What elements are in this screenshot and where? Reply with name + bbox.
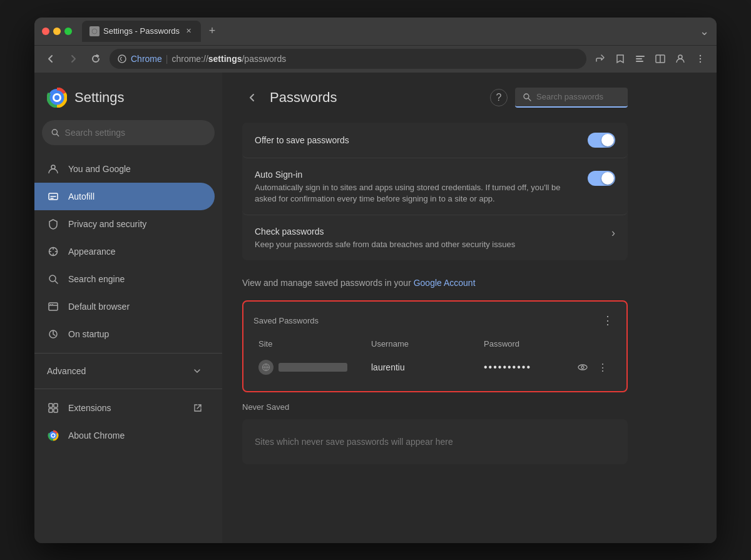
svg-line-31 xyxy=(197,405,201,409)
page-header: Passwords ? xyxy=(242,88,628,108)
content-inner: Passwords ? Offer to save passwords xyxy=(222,73,648,480)
saved-passwords-title: Saved Passwords xyxy=(253,316,319,325)
advanced-label: Advanced xyxy=(47,366,86,376)
check-passwords-row[interactable]: Check passwords Keep your passwords safe… xyxy=(242,216,628,260)
sidebar-item-label: Privacy and security xyxy=(68,219,146,229)
svg-point-13 xyxy=(54,95,59,100)
menu-button[interactable] xyxy=(692,50,709,68)
svg-rect-27 xyxy=(49,404,53,407)
profile-button[interactable] xyxy=(672,50,689,68)
privacy-security-icon xyxy=(47,218,59,230)
settings-header: Settings xyxy=(34,83,222,120)
search-passwords-icon xyxy=(523,93,531,101)
sidebar-item-label: Search engine xyxy=(68,274,125,284)
svg-point-40 xyxy=(581,366,584,369)
svg-rect-4 xyxy=(636,61,643,62)
svg-point-8 xyxy=(700,55,701,56)
sidebar-item-label: Extensions xyxy=(68,403,111,413)
tab-list-button[interactable]: ⌄ xyxy=(700,24,709,38)
maximize-window-button[interactable] xyxy=(64,28,72,35)
sidebar-item-label: Autofill xyxy=(68,191,95,201)
password-row-more-button[interactable]: ⋮ xyxy=(594,359,611,376)
check-passwords-chevron-icon: › xyxy=(611,227,615,240)
about-chrome-icon xyxy=(47,429,59,442)
svg-rect-25 xyxy=(52,304,53,305)
you-and-google-icon xyxy=(47,163,59,175)
column-header-site: Site xyxy=(258,339,371,349)
google-account-text: View and manage saved passwords in your xyxy=(242,278,414,288)
autofill-icon xyxy=(47,190,59,203)
traffic-lights xyxy=(42,28,72,35)
site-name-redacted xyxy=(278,363,347,372)
active-tab[interactable]: Settings - Passwords ✕ xyxy=(82,21,201,42)
sidebar-item-search-engine[interactable]: Search engine xyxy=(34,265,215,293)
search-settings-input[interactable] xyxy=(65,128,206,138)
sidebar-item-label: On startup xyxy=(68,329,109,339)
auto-signin-sublabel: Automatically sign in to sites and apps … xyxy=(255,182,578,205)
svg-point-16 xyxy=(51,165,55,169)
auto-signin-row: Auto Sign-in Automatically sign in to si… xyxy=(242,160,628,215)
auto-signin-text: Auto Sign-in Automatically sign in to si… xyxy=(255,170,578,205)
saved-passwords-section: Saved Passwords ⋮ Site Username Password xyxy=(242,300,628,392)
svg-line-36 xyxy=(529,98,531,101)
offer-save-toggle[interactable] xyxy=(588,133,615,148)
offer-save-label: Offer to save passwords xyxy=(255,135,349,145)
address-url: chrome://settings/passwords xyxy=(171,54,286,64)
sidebar-advanced-header[interactable]: Advanced xyxy=(34,359,215,384)
split-screen-button[interactable] xyxy=(651,50,669,68)
svg-rect-2 xyxy=(636,56,645,57)
reload-button[interactable] xyxy=(87,50,105,68)
sidebar-item-you-and-google[interactable]: You and Google xyxy=(34,155,215,183)
reveal-password-button[interactable] xyxy=(574,359,591,376)
svg-rect-29 xyxy=(49,409,53,412)
bookmark-button[interactable] xyxy=(611,50,629,68)
address-bar[interactable]: Chrome | chrome://settings/passwords xyxy=(110,49,586,69)
auto-signin-toggle[interactable] xyxy=(588,171,615,186)
site-info-icon xyxy=(117,54,127,64)
nav-actions xyxy=(591,50,709,68)
sidebar-item-autofill[interactable]: Autofill xyxy=(34,183,215,210)
help-button[interactable]: ? xyxy=(490,89,508,106)
chrome-settings-logo xyxy=(47,88,67,108)
svg-line-15 xyxy=(57,134,59,136)
sidebar-item-about-chrome[interactable]: About Chrome xyxy=(34,422,215,449)
search-passwords-bar[interactable] xyxy=(515,88,628,108)
google-account-link[interactable]: Google Account xyxy=(414,278,476,288)
new-tab-button[interactable]: + xyxy=(203,23,221,40)
svg-rect-28 xyxy=(54,404,58,407)
search-passwords-input[interactable] xyxy=(536,92,618,101)
sidebar-item-label: About Chrome xyxy=(68,430,125,440)
svg-rect-30 xyxy=(54,409,58,412)
page-title: Passwords xyxy=(270,89,483,106)
sidebar-item-privacy-security[interactable]: Privacy and security xyxy=(34,210,215,238)
share-button[interactable] xyxy=(591,50,609,68)
sidebar-item-default-browser[interactable]: Default browser xyxy=(34,293,215,320)
tab-search-button[interactable] xyxy=(631,50,649,68)
passwords-back-button[interactable] xyxy=(242,88,262,108)
tab-close-button[interactable]: ✕ xyxy=(183,26,193,36)
never-saved-title: Never Saved xyxy=(242,402,628,412)
column-header-password: Password xyxy=(484,339,611,349)
svg-rect-24 xyxy=(50,304,51,305)
sidebar-item-appearance[interactable]: Appearance xyxy=(34,238,215,265)
tab-title: Settings - Passwords xyxy=(103,26,180,36)
close-window-button[interactable] xyxy=(42,28,49,35)
main-content: Settings You and Google xyxy=(34,73,717,543)
forward-navigation-button[interactable] xyxy=(64,50,82,68)
svg-line-22 xyxy=(55,281,58,283)
sidebar-item-extensions[interactable]: Extensions xyxy=(34,394,215,422)
saved-passwords-header: Saved Passwords ⋮ xyxy=(253,312,616,329)
search-settings-icon xyxy=(51,128,60,138)
sidebar-item-on-startup[interactable]: On startup xyxy=(34,320,215,348)
column-header-username: Username xyxy=(371,339,484,349)
appearance-icon xyxy=(47,245,59,258)
browser-window: Settings - Passwords ✕ + ⌄ xyxy=(34,18,717,543)
saved-passwords-more-button[interactable]: ⋮ xyxy=(599,312,616,329)
svg-point-7 xyxy=(678,55,682,59)
sidebar-item-label: You and Google xyxy=(68,164,131,174)
offer-save-row: Offer to save passwords xyxy=(242,123,628,158)
back-navigation-button[interactable] xyxy=(42,50,59,68)
minimize-window-button[interactable] xyxy=(53,28,61,35)
search-settings-bar[interactable] xyxy=(42,120,215,145)
address-site: Chrome xyxy=(131,54,162,64)
